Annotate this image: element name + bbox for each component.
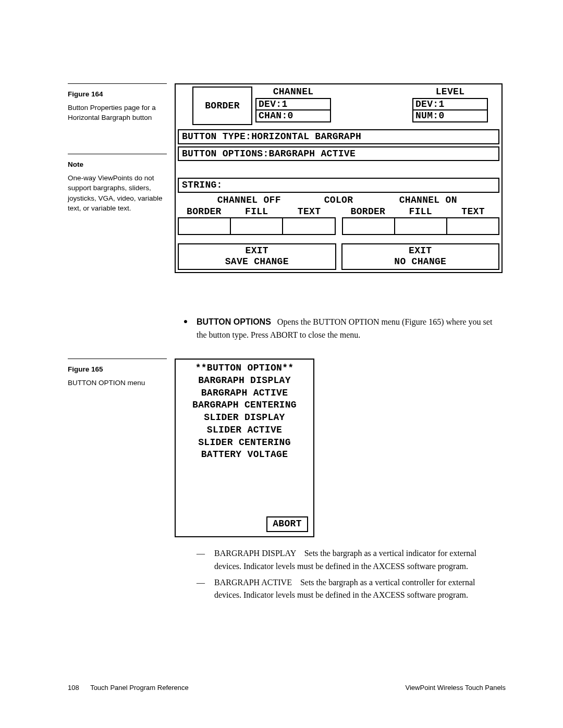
level-label: LEVEL	[412, 87, 488, 98]
page-footer: 108 Touch Panel Program Reference ViewPo…	[68, 684, 506, 692]
figure-label: Figure 165	[68, 364, 167, 375]
menu-item[interactable]: SLIDER CENTERING	[179, 437, 310, 449]
button-type-row[interactable]: BUTTON TYPE:HORIZONTAL BARGRAPH	[178, 129, 499, 144]
button-options-row[interactable]: BUTTON OPTIONS:BARGRAPH ACTIVE	[178, 146, 499, 162]
figure-caption: BUTTON OPTION menu	[68, 378, 167, 388]
abort-button[interactable]: ABORT	[266, 516, 308, 532]
menu-item[interactable]: BARGRAPH DISPLAY	[179, 375, 310, 387]
menu-item[interactable]: SLIDER ACTIVE	[179, 424, 310, 437]
off-border-header: BORDER	[178, 206, 230, 217]
manual-page: Figure 164 Button Properties page for a …	[0, 0, 563, 728]
sidebar-figure-165: Figure 165 BUTTON OPTION menu	[68, 359, 167, 388]
figure-label: Figure 164	[68, 89, 167, 100]
on-border-swatch[interactable]	[342, 217, 395, 235]
level-group: LEVEL DEV:1 NUM:0	[412, 87, 488, 125]
channel-dev[interactable]: DEV:1	[255, 98, 331, 111]
menu-item[interactable]: BARGRAPH CENTERING	[179, 399, 310, 412]
button-options-paragraph: ● BUTTON OPTIONS Opens the BUTTON OPTION…	[175, 316, 493, 342]
on-text-swatch[interactable]	[447, 217, 499, 235]
level-dev[interactable]: DEV:1	[412, 98, 488, 111]
bullet-lead: BUTTON OPTIONS	[197, 317, 271, 326]
dash-icon: —	[197, 547, 214, 573]
channel-label: CHANNEL	[255, 87, 331, 98]
sidebar-note: Note One-way ViewPoints do not support b…	[68, 154, 167, 214]
off-fill-swatch[interactable]	[231, 217, 283, 235]
dash1-lead: BARGRAPH DISPLAY	[214, 549, 296, 558]
on-text-header: TEXT	[447, 206, 499, 217]
channel-group: CHANNEL DEV:1 CHAN:0	[255, 87, 331, 125]
page-number: 108	[68, 684, 79, 692]
off-fill-header: FILL	[230, 206, 283, 217]
footer-right: ViewPoint Wireless Touch Panels	[406, 684, 506, 692]
channel-on-label: CHANNEL ON	[357, 195, 500, 206]
menu-item[interactable]: BATTERY VOLTAGE	[179, 449, 310, 461]
on-border-header: BORDER	[342, 206, 395, 217]
on-fill-swatch[interactable]	[395, 217, 447, 235]
border-button[interactable]: BORDER	[192, 87, 252, 125]
menu-item[interactable]: SLIDER DISPLAY	[179, 412, 310, 424]
menu-item[interactable]: BARGRAPH ACTIVE	[179, 387, 310, 400]
dash-icon: —	[197, 576, 214, 602]
button-properties-panel: BORDER CHANNEL DEV:1 CHAN:0 LEVEL DEV:1 …	[175, 83, 503, 273]
note-label: Note	[68, 159, 167, 170]
off-text-swatch[interactable]	[283, 217, 335, 235]
sidebar-figure-164: Figure 164 Button Properties page for a …	[68, 83, 167, 123]
string-row[interactable]: STRING:	[178, 178, 499, 193]
dash2-lead: BARGRAPH ACTIVE	[214, 578, 292, 587]
footer-center: Touch Panel Program Reference	[90, 684, 189, 692]
exit-no-change-button[interactable]: EXIT NO CHANGE	[341, 243, 500, 269]
level-num[interactable]: NUM:0	[412, 110, 488, 122]
description-list: — BARGRAPH DISPLAY Sets the bargraph as …	[175, 547, 493, 602]
color-label: COLOR	[321, 195, 357, 206]
off-border-swatch[interactable]	[178, 217, 231, 235]
menu-title: **BUTTON OPTION**	[179, 362, 310, 375]
exit-save-button[interactable]: EXIT SAVE CHANGE	[178, 243, 336, 269]
button-option-menu: **BUTTON OPTION** BARGRAPH DISPLAY BARGR…	[175, 359, 314, 537]
off-text-header: TEXT	[283, 206, 336, 217]
bullet-icon: ●	[175, 316, 197, 342]
figure-caption: Button Properties page for a Horizontal …	[68, 103, 167, 123]
channel-off-label: CHANNEL OFF	[178, 195, 321, 206]
on-fill-header: FILL	[394, 206, 447, 217]
channel-chan[interactable]: CHAN:0	[255, 110, 331, 122]
note-text: One-way ViewPoints do not support bargra…	[68, 173, 167, 214]
